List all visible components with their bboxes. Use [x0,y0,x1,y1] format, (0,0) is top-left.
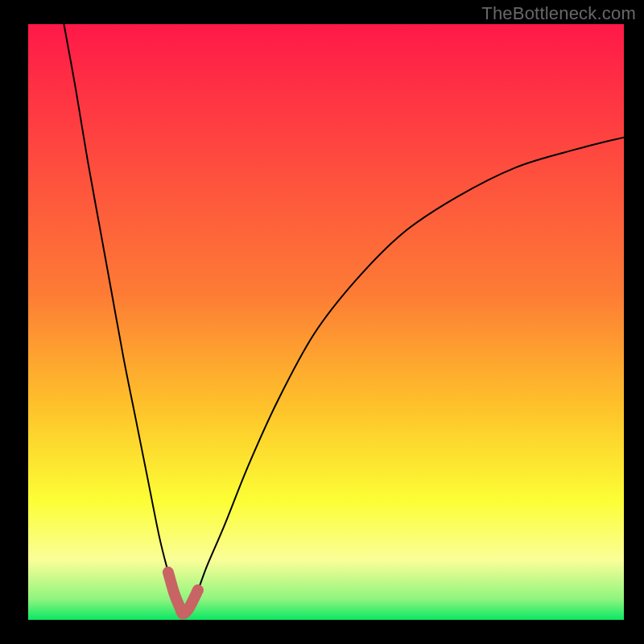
watermark-text: TheBottleneck.com [481,3,636,24]
chart-frame: TheBottleneck.com [0,0,644,644]
bottleneck-chart [0,0,644,644]
